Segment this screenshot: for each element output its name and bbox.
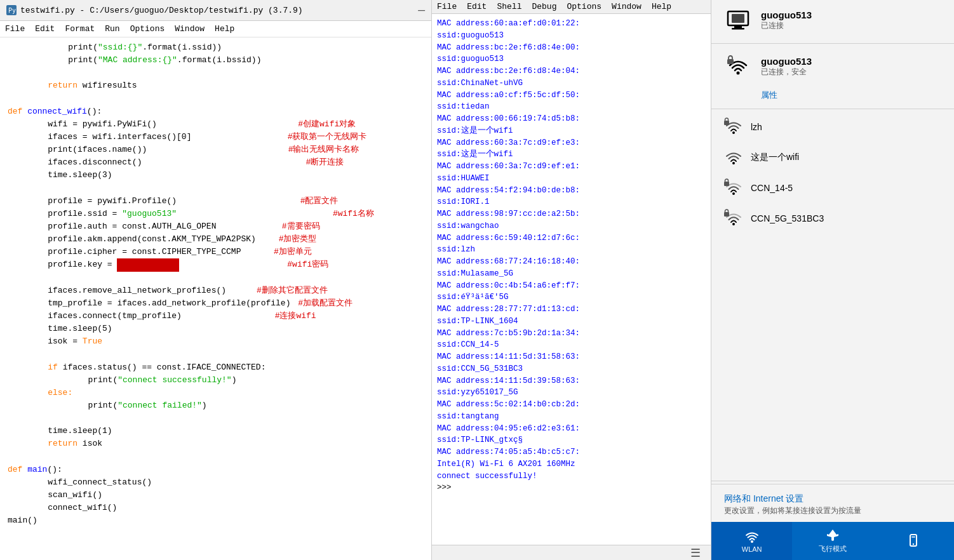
code-line: profile.ssid = "guoguo513" #wifi名称 xyxy=(8,208,424,220)
shell-output[interactable]: MAC address:60:aa:ef:d0:01:22: ssid:guog… xyxy=(432,14,711,545)
svg-point-8 xyxy=(732,131,735,134)
code-line: time.sleep(5) xyxy=(8,323,424,335)
output-line: ssid:这是一个wifi xyxy=(437,149,706,161)
wifi-connected-item[interactable]: guoguo513 已连接，安全 xyxy=(711,46,954,87)
python-icon: Py xyxy=(6,5,17,15)
wifi-item-icon-2 xyxy=(724,149,743,166)
menu-file[interactable]: File xyxy=(5,23,25,35)
code-line xyxy=(8,412,424,425)
output-line: MAC address:bc:2e:f6:d8:4e:04: xyxy=(437,65,706,77)
mobile-icon xyxy=(906,533,920,547)
menu-options[interactable]: Options xyxy=(130,23,165,35)
code-line: def connect_wifi(): xyxy=(8,105,424,118)
shell-menu-debug[interactable]: Debug xyxy=(532,2,556,11)
wifi-properties-link[interactable]: 属性 xyxy=(711,87,954,106)
wifi-item-lzh[interactable]: lzh xyxy=(711,112,954,142)
svg-rect-7 xyxy=(727,59,734,64)
wifi-item-ccn145[interactable]: CCN_14-5 xyxy=(711,173,954,203)
output-line: MAC address:54:f2:94:b0:de:b8: xyxy=(437,185,706,197)
svg-rect-9 xyxy=(724,121,729,125)
output-line: ssid:yzy651017_5G xyxy=(437,387,706,399)
shell-menu-options[interactable]: Options xyxy=(567,2,601,11)
code-line: print(ifaces.name()) #输出无线网卡名称 xyxy=(8,143,424,156)
output-line: MAC address:60:aa:ef:d0:01:22: xyxy=(437,18,706,30)
output-line: ssid:lzh xyxy=(437,244,706,256)
wifi-item-icon-4 xyxy=(724,210,743,227)
shell-menu-shell[interactable]: Shell xyxy=(497,2,521,11)
shell-menu-edit[interactable]: Edit xyxy=(467,2,487,11)
code-line: profile.key = ████████████ #wifi密码 xyxy=(8,258,424,271)
output-line: connect successfully! xyxy=(437,470,706,483)
wifi-item-name-4: CCN_5G_531BC3 xyxy=(751,213,824,223)
shell-bottom-bar: ☰ xyxy=(432,545,711,560)
wifi-item-zheshiyge[interactable]: 这是一个wifi xyxy=(711,142,954,173)
mobile-data-button[interactable] xyxy=(873,522,954,560)
output-line: MAC address:a0:cf:f5:5c:df:50: xyxy=(437,90,706,102)
wifi-connected-name: guoguo513 xyxy=(761,56,812,67)
code-line: connect_wifi() xyxy=(8,502,424,514)
airplane-label: 飞行模式 xyxy=(819,544,847,554)
menu-edit[interactable]: Edit xyxy=(35,23,55,35)
wifi-bottom-bar: WLAN 飞行模式 xyxy=(711,522,954,560)
wifi-item-name-2: 这是一个wifi xyxy=(751,152,799,163)
output-line: MAC address:0c:4b:54:a6:ef:f7: xyxy=(437,280,706,292)
code-line: wifi_connect_status() xyxy=(8,476,424,489)
wifi-item-name-lzh: lzh xyxy=(751,122,762,132)
airplane-mode-button[interactable]: 飞行模式 xyxy=(792,522,873,560)
output-line: MAC address:14:11:5d:39:58:63: xyxy=(437,375,706,387)
wifi-panel: guoguo513 已连接 xyxy=(711,0,954,560)
wifi-item-icon xyxy=(724,118,743,136)
svg-text:Py: Py xyxy=(8,7,16,14)
menu-help[interactable]: Help xyxy=(215,23,234,35)
shell-menu-window[interactable]: Window xyxy=(612,2,642,11)
code-line xyxy=(8,93,424,105)
divider-2 xyxy=(711,109,954,109)
shell-prompt: >>> xyxy=(437,482,706,494)
code-line: profile.cipher = const.CIPHER_TYPE_CCMP … xyxy=(8,246,424,258)
output-line: ssid:Mulasame_5G xyxy=(437,268,706,280)
wlan-label: WLAN xyxy=(742,545,762,553)
wifi-item-icon-3 xyxy=(724,179,743,197)
menu-format[interactable]: Format xyxy=(65,23,95,35)
menu-run[interactable]: Run xyxy=(105,23,119,35)
code-line: tmp_profile = ifaces.add_network_profile… xyxy=(8,297,424,310)
code-line: return isok xyxy=(8,437,424,450)
output-line: ssid:TP-LINK_gtxç§ xyxy=(437,434,706,446)
code-line: ifaces.remove_all_network_profiles() #删除… xyxy=(8,284,424,297)
code-line: profile.akm.append(const.AKM_TYPE_WPA2PS… xyxy=(8,233,424,246)
output-line: MAC address:7c:b5:9b:2d:1a:34: xyxy=(437,328,706,340)
editor-pane: Py testwifi.py - C:/Users/guoguo/Desktop… xyxy=(0,0,432,560)
monitor-icon xyxy=(724,6,752,34)
wlan-button[interactable]: WLAN xyxy=(711,522,792,560)
output-line: ssid:ChinaNet-uhVG xyxy=(437,77,706,90)
code-line xyxy=(8,67,424,79)
code-line: print("connect failed!") xyxy=(8,399,424,412)
ethernet-item[interactable]: guoguo513 已连接 xyxy=(711,0,954,41)
shell-menu-file[interactable]: File xyxy=(437,2,457,11)
output-line: MAC address:74:05:a5:4b:c5:c7: xyxy=(437,446,706,458)
wifi-connected-text: guoguo513 已连接，安全 xyxy=(761,56,812,77)
minimize-button[interactable]: — xyxy=(418,4,425,17)
code-line: return wifiresults xyxy=(8,79,424,92)
shell-scrollbar-icon: ☰ xyxy=(685,543,706,561)
code-line: ifaces = wifi.interfaces()[0] #获取第一个无线网卡 xyxy=(8,131,424,143)
wlan-icon xyxy=(745,530,759,543)
ethernet-name: guoguo513 xyxy=(761,10,812,20)
output-line: MAC address:04:95:e6:d2:e3:61: xyxy=(437,423,706,435)
menu-window[interactable]: Window xyxy=(175,23,205,35)
code-line xyxy=(8,348,424,361)
svg-rect-14 xyxy=(724,212,729,217)
shell-pane: File Edit Shell Debug Options Window Hel… xyxy=(432,0,711,560)
output-line: ssid:CCN_5G_531BC3 xyxy=(437,363,706,375)
code-line: main() xyxy=(8,514,424,527)
svg-rect-12 xyxy=(724,182,729,186)
network-settings-title[interactable]: 网络和 Internet 设置 xyxy=(724,493,941,505)
ethernet-status: 已连接 xyxy=(761,20,812,31)
shell-menu-help[interactable]: Help xyxy=(652,2,671,11)
output-line: MAC address:00:66:19:74:d5:b8: xyxy=(437,113,706,125)
wifi-item-ccn5g[interactable]: CCN_5G_531BC3 xyxy=(711,203,954,234)
divider-1 xyxy=(711,43,954,44)
editor-content[interactable]: print("ssid:{}".format(i.ssid)) print("M… xyxy=(0,37,431,560)
code-line xyxy=(8,272,424,284)
output-line: ssid:tiedan xyxy=(437,101,706,113)
